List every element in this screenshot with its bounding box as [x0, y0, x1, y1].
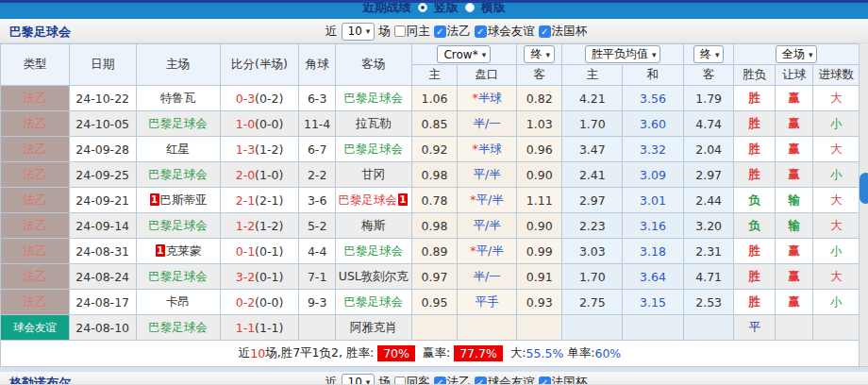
summary-segment: 近 [239, 345, 251, 361]
goals-cell [813, 315, 860, 341]
crown-home-odds-cell: 0.92 [411, 137, 458, 162]
vertical-layout-radio[interactable] [418, 3, 427, 12]
score-cell: 1-1(1-1) [220, 315, 299, 341]
handicap-result-cell [775, 315, 812, 341]
summary-segment: 70% [377, 345, 415, 361]
crown-home-odds-cell: 0.97 [411, 264, 458, 290]
crown-away-odds-cell [516, 315, 562, 341]
result-cell: 胜 [734, 239, 775, 264]
avg-away-odds-cell: 3.20 [683, 213, 734, 239]
handicap-value: 平/半 [473, 218, 500, 232]
match-row: 法乙24-08-24巴黎足球会3-2(0-1)7-1USL敦刻尔克0.97半/一… [1, 264, 860, 290]
competition-filter-checkbox[interactable]: ✓法乙 [434, 24, 471, 40]
match-row: 法乙24-09-25巴黎足球会2-0(1-0)2-2甘冈0.98平/半0.902… [1, 162, 860, 188]
subheader-goals: 进球数 [813, 65, 860, 86]
avg-odds-select[interactable]: 胜平负均值▾ [585, 45, 661, 63]
crown-home-odds-cell: 0.95 [411, 290, 458, 315]
same-venue-checkbox[interactable]: 同客 [394, 375, 430, 385]
col-header-corners: 角球 [299, 44, 335, 86]
handicap-value: 平/半 [473, 167, 500, 181]
odds-company-select[interactable]: Crow*▾ [437, 45, 491, 63]
vertical-layout-label[interactable]: 竖版 [434, 0, 459, 16]
red-card-badge: 1 [156, 244, 165, 257]
competition-filter-checkbox[interactable]: ✓法国杯 [539, 375, 588, 385]
corners-cell: 3-6 [299, 188, 335, 213]
competition-filter-checkbox[interactable]: ✓法国杯 [539, 24, 588, 40]
goals-cell: 大 [813, 264, 860, 290]
score-cell: 1-3(1-2) [220, 137, 299, 162]
horizontal-layout-radio[interactable] [465, 3, 475, 12]
matches-count-value: 10 [348, 376, 362, 385]
half-time-score: (2-1) [255, 193, 283, 208]
half-time-score: (1-2) [255, 142, 283, 157]
final-odds-select-2[interactable]: 终▾ [693, 45, 725, 63]
match-date-cell: 24-08-31 [69, 239, 136, 264]
handicap-result-cell: 赢 [775, 111, 812, 137]
crown-away-odds-cell: 1.03 [516, 111, 562, 137]
away-team-cell: 巴黎足球会 [335, 86, 411, 111]
handicap-result-cell: 输 [775, 188, 812, 213]
checkbox-label: 同主 [407, 24, 430, 40]
scope-select[interactable]: 全场▾ [776, 45, 818, 63]
subheader-avg-draw: 和 [623, 65, 684, 86]
score-cell: 1-0(0-0) [220, 111, 299, 137]
col-header-score: 比分(半场) [220, 44, 299, 86]
result-cell: 胜 [734, 162, 775, 188]
away-team-name: 拉瓦勒 [356, 116, 392, 130]
full-time-score: 1-1 [236, 321, 255, 335]
team-name: 巴黎足球会 [9, 24, 71, 41]
full-time-score: 0-1 [236, 244, 255, 259]
full-time-score: 0-3 [236, 92, 255, 106]
match-date-cell: 24-08-10 [69, 315, 136, 341]
horizontal-layout-label[interactable]: 横版 [481, 0, 506, 16]
subheader-avg-away: 客 [683, 65, 734, 86]
competition-filter-checkbox[interactable]: ✓球会友谊 [475, 375, 535, 385]
avg-draw-odds-cell: 3.18 [623, 239, 684, 264]
checkbox-checked-icon: ✓ [434, 377, 446, 385]
matches-count-select[interactable]: 10▾ [342, 23, 376, 41]
home-team-name: 红星 [166, 142, 190, 156]
avg-draw-odds-cell: 3.56 [623, 86, 684, 111]
goals-cell: 小 [813, 111, 860, 137]
full-time-score: 1-0 [236, 117, 255, 131]
home-team-name: 巴黎足球会 [148, 167, 208, 181]
score-cell: 0-1(0-1) [220, 239, 299, 264]
avg-home-odds-cell: 2.75 [562, 290, 623, 315]
floating-scroll-tab[interactable] [860, 173, 868, 204]
goals-cell: 小 [813, 290, 860, 315]
handicap-cell: 平/半 [458, 213, 517, 239]
away-team-name: 巴黎足球会 [339, 192, 398, 207]
handicap-value: 半/一 [473, 116, 500, 130]
corners-cell: 6-7 [299, 137, 335, 162]
handicap-result-cell: 赢 [775, 162, 812, 188]
avg-away-odds-cell: 2.53 [683, 290, 734, 315]
crown-away-odds-cell: 0.90 [516, 213, 562, 239]
result-cell: 胜 [734, 86, 775, 111]
matches-count-select[interactable]: 10▾ [342, 374, 376, 385]
score-cell: 2-0(1-0) [220, 162, 299, 188]
away-team-name: 巴黎足球会 [344, 142, 404, 156]
subheader-result: 胜负 [734, 65, 775, 86]
final-odds-select-1[interactable]: 终▾ [524, 45, 555, 63]
match-filter-bar: 近10▾场同主✓法乙✓球会友谊✓法国杯 [326, 19, 587, 43]
match-filter-bar: 近10▾场同客✓法乙✓球会友谊✓法国杯 [326, 372, 587, 385]
red-card-badge: 1 [150, 193, 159, 206]
home-team-name: 卡昂 [166, 294, 190, 309]
full-time-score: 3-2 [236, 270, 255, 284]
chevron-down-icon: ▾ [809, 50, 813, 59]
match-date-cell: 24-10-22 [69, 86, 136, 111]
home-team-name: 巴斯蒂亚 [160, 192, 208, 207]
handicap-result-cell: 赢 [775, 264, 812, 290]
matches-unit-label: 场 [378, 24, 391, 40]
competition-filter-checkbox[interactable]: ✓法乙 [434, 375, 471, 385]
match-row: 法乙24-08-311克莱蒙0-1(0-1)4-4巴黎足球会0.89*平/半0.… [1, 239, 860, 264]
competition-filter-checkbox[interactable]: ✓球会友谊 [475, 24, 535, 40]
same-venue-checkbox[interactable]: 同主 [394, 24, 430, 40]
avg-home-odds-cell: 3.47 [562, 137, 623, 162]
crown-home-odds-cell: 1.06 [411, 86, 458, 111]
handicap-value: 平/半 [476, 243, 504, 258]
half-time-score: (1-2) [255, 219, 283, 233]
away-team-cell: 巴黎足球会1 [335, 188, 411, 213]
match-type-cell: 法乙 [1, 188, 70, 213]
match-row: 法乙24-09-28红星1-3(1-2)6-7巴黎足球会0.92*半球0.963… [1, 137, 860, 162]
